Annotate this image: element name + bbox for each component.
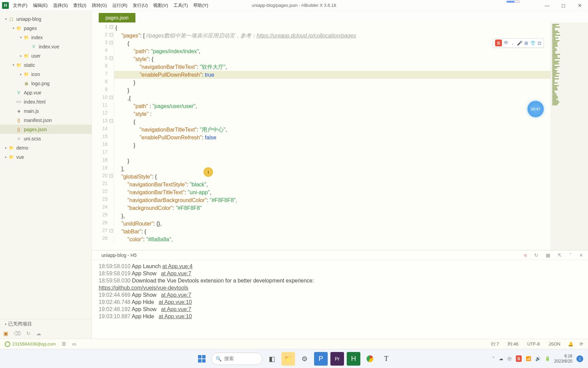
- tray-sogou-icon[interactable]: S: [516, 355, 522, 362]
- code-line-12[interactable]: "style" :: [114, 110, 551, 118]
- menu-file[interactable]: 文件(F): [11, 1, 30, 10]
- menu-run[interactable]: 运行(R): [110, 1, 129, 10]
- timer-badge[interactable]: 00:47: [527, 101, 544, 117]
- code-line-22[interactable]: "navigationBarTitleText": "uni-app",: [114, 188, 551, 196]
- settings-icon[interactable]: ⚙: [298, 352, 311, 366]
- close-console-icon[interactable]: ✕: [579, 252, 583, 258]
- tree-item-uni-scss[interactable]: ≡uni.scss: [0, 134, 92, 143]
- tray-battery-icon[interactable]: 🔋: [545, 356, 550, 361]
- fold-toggle[interactable]: −: [110, 96, 113, 99]
- maximize-button[interactable]: ◻: [555, 0, 572, 11]
- taskbar-search[interactable]: 🔍 搜索: [211, 353, 262, 365]
- app-pr-icon[interactable]: Pr: [330, 352, 344, 366]
- panel-icon[interactable]: ▭: [72, 341, 76, 347]
- console-link[interactable]: at App.vue:4: [162, 263, 193, 269]
- bell-icon[interactable]: 🔔: [568, 341, 573, 347]
- console-tab-h5[interactable]: uniapp-blog - H5: [99, 252, 140, 259]
- tray-onedrive-icon[interactable]: ☁: [499, 356, 503, 361]
- tree-item-uniapp-blog[interactable]: ▾▢uniapp-blog: [0, 14, 92, 24]
- sync-icon[interactable]: ⟳: [579, 341, 583, 347]
- console-link[interactable]: at App.vue:7: [161, 292, 191, 298]
- tree-item-demo[interactable]: ▸📁demo: [0, 143, 92, 152]
- console-output[interactable]: 18:59:58.010 App Launch at App.vue:418:5…: [92, 260, 588, 339]
- cloud-icon[interactable]: ☁: [36, 331, 41, 337]
- console-link[interactable]: at App.vue:10: [159, 313, 192, 319]
- ime-punct[interactable]: ，: [510, 40, 515, 46]
- tree-item-index-html[interactable]: <>index.html: [0, 97, 92, 106]
- fold-toggle[interactable]: −: [110, 229, 113, 232]
- console-link[interactable]: https://github.com/vuejs/vue-devtools: [99, 285, 188, 291]
- keyboard-icon[interactable]: ⊞: [524, 41, 528, 46]
- tree-item-user[interactable]: ▸📁user: [0, 51, 92, 60]
- tree-item-main-js[interactable]: ◆main.js: [0, 106, 92, 116]
- grid-icon[interactable]: ▦: [546, 252, 550, 258]
- tree-item-static[interactable]: ▾📁static: [0, 60, 92, 70]
- indent-icon[interactable]: ☰: [62, 341, 66, 347]
- code-line-28[interactable]: "color": "#8a8a8a",: [114, 235, 551, 243]
- code-line-20[interactable]: "globalStyle": {: [114, 173, 551, 181]
- tray-lang-icon[interactable]: ㊥: [507, 356, 512, 362]
- menu-help[interactable]: 帮助(Y): [191, 1, 210, 10]
- chrome-icon[interactable]: [363, 352, 377, 366]
- start-button[interactable]: [195, 352, 209, 366]
- collapse-icon[interactable]: ˄: [569, 252, 572, 258]
- hbuilder-icon[interactable]: H: [347, 352, 360, 366]
- fold-toggle[interactable]: −: [110, 57, 113, 60]
- grid-icon[interactable]: ⊡: [538, 41, 541, 46]
- language-mode[interactable]: JSON: [547, 341, 562, 347]
- code-line-6[interactable]: "navigationBarTitleText": "软件大厅",: [114, 63, 551, 71]
- terminal-icon[interactable]: ▣: [3, 331, 8, 337]
- fold-toggle[interactable]: −: [110, 25, 113, 29]
- code-line-7[interactable]: "enablePullDownRefresh": true: [114, 71, 551, 79]
- cursor-col[interactable]: 列:46: [506, 341, 520, 347]
- task-view-icon[interactable]: ◧: [265, 352, 279, 366]
- restart-icon[interactable]: ↻: [534, 252, 538, 258]
- menu-find[interactable]: 查找(I): [71, 1, 88, 10]
- fold-toggle[interactable]: −: [110, 33, 113, 36]
- menu-tools[interactable]: 工具(T): [172, 1, 190, 10]
- tree-item-pages-json[interactable]: {}pages.json: [0, 125, 92, 134]
- menu-publish[interactable]: 发行(U): [131, 1, 150, 10]
- code-editor[interactable]: 1−2−3−45−678910−111213−14151617181920−21…: [92, 22, 588, 250]
- console-link[interactable]: at App.vue:10: [159, 299, 192, 305]
- minimap[interactable]: [551, 22, 588, 250]
- code-line-15[interactable]: "enablePullDownRefresh": false: [114, 134, 551, 141]
- code-line-25[interactable]: },: [114, 212, 551, 220]
- code-line-17[interactable]: [114, 149, 551, 157]
- code-line-2[interactable]: "pages": [ //pages数组中第一项表示应用启动页，参考：https…: [114, 32, 551, 40]
- bug-icon[interactable]: ⌫: [14, 331, 21, 337]
- code-line-18[interactable]: }: [114, 157, 551, 165]
- tree-item-icon[interactable]: ▸📁icon: [0, 70, 92, 79]
- close-button[interactable]: ✕: [572, 0, 588, 11]
- ime-toolbar[interactable]: S 中 ， 🎤 ⊞ 👕 ⊡: [493, 38, 544, 48]
- code-line-23[interactable]: "navigationBarBackgroundColor": "#F8F8F8…: [114, 196, 551, 204]
- tree-item-pages[interactable]: ▾📁pages: [0, 24, 92, 33]
- code-line-4[interactable]: "path": "pages/index/index",: [114, 47, 551, 55]
- tree-item-logo-png[interactable]: ▣logo.png: [0, 79, 92, 88]
- tree-item-manifest-json[interactable]: {}manifest.json: [0, 116, 92, 125]
- skin-icon[interactable]: 👕: [530, 41, 536, 46]
- code-line-21[interactable]: "navigationBarTextStyle": "black",: [114, 181, 551, 188]
- stop-icon[interactable]: ⎋: [524, 252, 527, 258]
- fold-toggle[interactable]: −: [110, 41, 113, 44]
- tray-chevron-icon[interactable]: ˄: [492, 356, 495, 361]
- menu-edit[interactable]: 编辑(E): [31, 1, 50, 10]
- code-line-8[interactable]: }: [114, 79, 551, 87]
- user-account[interactable]: 2315684336@qq.com: [5, 341, 56, 347]
- code-line-13[interactable]: {: [114, 118, 551, 126]
- code-line-24[interactable]: "backgroundColor": "#F8F8F8": [114, 204, 551, 212]
- code-line-16[interactable]: }: [114, 141, 551, 149]
- code-line-11[interactable]: "path" : "pages/user/user",: [114, 102, 551, 110]
- code-line-14[interactable]: "navigationBarTitleText": "用户中心",: [114, 126, 551, 134]
- explorer-icon[interactable]: 📁: [281, 352, 295, 366]
- menu-goto[interactable]: 跳转(G): [90, 1, 109, 10]
- popout-icon[interactable]: ⇱: [558, 252, 562, 258]
- encoding[interactable]: UTF-8: [526, 341, 541, 347]
- console-link[interactable]: at App.vue:7: [161, 271, 191, 276]
- menu-select[interactable]: 选择(S): [51, 1, 70, 10]
- tray-volume-icon[interactable]: 🔊: [535, 356, 541, 361]
- tree-item-vue[interactable]: ▸📁vue: [0, 152, 92, 162]
- minimize-button[interactable]: —: [539, 0, 555, 11]
- console-link[interactable]: at App.vue:7: [161, 306, 191, 312]
- notification-badge[interactable]: 1: [576, 355, 583, 362]
